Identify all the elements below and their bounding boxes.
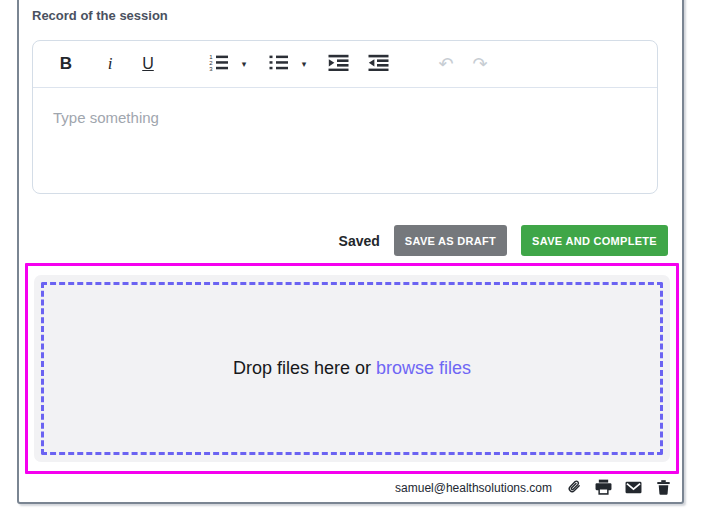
user-email: samuel@healthsolutions.com: [395, 481, 552, 495]
ordered-list-button[interactable]: 1 2 3: [203, 49, 233, 79]
dropzone-highlight: Drop files here or browse files: [25, 263, 679, 474]
rich-text-editor: B i U 1 2 3 ▾: [32, 40, 658, 194]
ordered-list-caret[interactable]: ▾: [237, 49, 251, 79]
action-row: Saved SAVE AS DRAFT SAVE AND COMPLETE: [19, 225, 668, 256]
trash-icon[interactable]: [655, 479, 672, 496]
outdent-button[interactable]: [363, 49, 393, 79]
svg-text:3: 3: [209, 66, 213, 71]
page-frame: Record of the session B i U 1 2 3: [17, 0, 684, 504]
italic-button[interactable]: i: [97, 49, 123, 79]
form-content: Record of the session B i U 1 2 3: [19, 0, 682, 502]
editor-toolbar: B i U 1 2 3 ▾: [33, 41, 657, 88]
redo-button[interactable]: ↷: [467, 49, 493, 79]
editor-placeholder: Type something: [53, 109, 159, 126]
ordered-list-icon: 1 2 3: [208, 54, 229, 74]
indent-icon: [328, 54, 349, 74]
outdent-icon: [368, 54, 389, 74]
unordered-list-button[interactable]: [263, 49, 293, 79]
save-status-text: Saved: [339, 233, 380, 249]
dropzone-text: Drop files here or browse files: [233, 358, 471, 379]
paperclip-icon[interactable]: [565, 479, 582, 496]
dropzone-prompt: Drop files here or: [233, 358, 371, 378]
indent-button[interactable]: [323, 49, 353, 79]
save-and-complete-button[interactable]: SAVE AND COMPLETE: [521, 225, 668, 256]
footer-bar: samuel@healthsolutions.com: [19, 479, 672, 496]
bold-button[interactable]: B: [53, 49, 79, 79]
editor-input-area[interactable]: Type something: [33, 88, 657, 193]
section-label: Record of the session: [32, 8, 682, 23]
envelope-icon[interactable]: [625, 479, 642, 496]
unordered-list-icon: [268, 54, 289, 74]
underline-button[interactable]: U: [135, 49, 161, 79]
browse-files-link[interactable]: browse files: [376, 358, 471, 378]
file-dropzone[interactable]: Drop files here or browse files: [34, 275, 670, 462]
undo-button[interactable]: ↶: [433, 49, 459, 79]
printer-icon[interactable]: [595, 479, 612, 496]
unordered-list-caret[interactable]: ▾: [297, 49, 311, 79]
save-as-draft-button[interactable]: SAVE AS DRAFT: [394, 225, 507, 256]
